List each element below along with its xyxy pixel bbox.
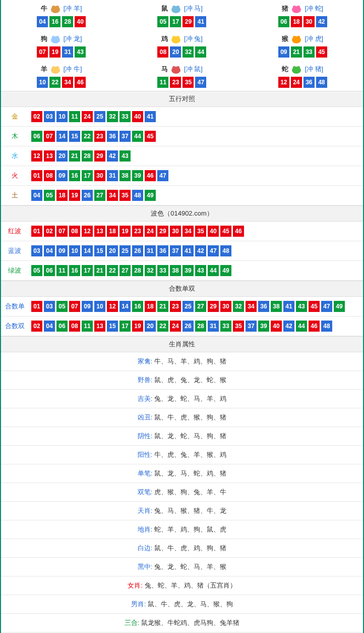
attr-label: 地肖: (138, 525, 153, 533)
number-chip: 48 (220, 245, 231, 256)
svg-point-23 (176, 66, 179, 69)
data-row: 红波0102070812131819232429303435404546 (1, 222, 363, 241)
zodiac-icon (169, 33, 183, 44)
number-chip: 05 (31, 265, 42, 276)
number-chip: 22 (157, 321, 168, 332)
number-chip: 16 (69, 170, 80, 181)
number-chip: 43 (296, 301, 307, 312)
number-chip: 22 (49, 77, 60, 88)
number-chip: 10 (69, 245, 80, 256)
attr-label: 家禽: (138, 357, 153, 365)
svg-point-16 (293, 36, 296, 39)
attr-row: 野兽:鼠、虎、兔、龙、蛇、猴 (1, 371, 363, 390)
bose-table: 红波0102070812131819232429303435404546蓝波03… (1, 222, 363, 281)
number-chip: 07 (37, 46, 48, 58)
number-chip: 13 (44, 150, 55, 162)
svg-point-11 (56, 36, 59, 39)
number-chip: 29 (183, 16, 194, 27)
zodiac-icon (289, 64, 304, 75)
number-chip: 45 (316, 46, 327, 58)
number-chip: 06 (44, 265, 55, 276)
zodiac-conflict: [冲 蛇] (305, 4, 323, 13)
svg-point-13 (172, 36, 175, 39)
number-chip: 05 (157, 16, 168, 27)
number-chip: 17 (119, 321, 131, 332)
zodiac-cell: 猪[冲 蛇]06183042 (242, 0, 363, 30)
number-chip: 45 (309, 301, 320, 312)
zodiac-icon (48, 33, 63, 44)
number-chip: 12 (107, 301, 118, 312)
number-chip: 41 (183, 245, 194, 256)
number-chip: 10 (56, 111, 68, 122)
zodiac-cell: 马[冲 鼠]11233547 (122, 61, 242, 91)
number-chip: 03 (31, 245, 42, 256)
section-title-shengxiao: 生肖属性 (1, 336, 363, 352)
number-chip: 49 (145, 190, 156, 201)
attr-label: 双笔: (138, 488, 153, 496)
attr-row: 阳性:牛、虎、兔、羊、猴、鸡 (1, 446, 363, 464)
row-numbers: 0108091617303138394647 (28, 166, 171, 185)
svg-point-10 (52, 36, 55, 39)
heshu-table: 合数单0103050709101214161821232527293032343… (1, 297, 363, 336)
number-chip: 16 (49, 16, 60, 27)
svg-point-8 (297, 6, 300, 9)
number-chip: 13 (94, 321, 105, 332)
row-label: 绿波 (1, 262, 28, 279)
attr-value: 兔、蛇、羊、鸡、猪（五宫肖） (145, 582, 236, 589)
number-chip: 41 (145, 111, 156, 122)
number-chip: 38 (170, 265, 181, 276)
number-chip: 06 (56, 321, 68, 332)
wuxing-table: 金02031011242532334041木060714152223363744… (1, 107, 363, 205)
zodiac-conflict: [冲 兔] (184, 34, 203, 43)
number-chip: 24 (82, 111, 93, 122)
zodiac-conflict: [冲 虎] (305, 34, 323, 43)
number-chip: 47 (208, 245, 219, 256)
attr-row: 天肖:兔、马、猴、猪、牛、龙 (1, 502, 363, 520)
zodiac-numbers: 11233547 (122, 77, 242, 88)
number-chip: 28 (132, 265, 143, 276)
number-chip: 04 (31, 190, 42, 201)
number-chip: 20 (170, 46, 181, 58)
attr-row: 吉美:兔、龙、蛇、马、羊、鸡 (1, 390, 363, 408)
svg-point-7 (293, 6, 296, 9)
number-chip: 31 (145, 245, 156, 256)
attr-label: 黑中: (138, 563, 153, 570)
number-chip: 46 (309, 321, 320, 332)
number-chip: 07 (56, 226, 68, 237)
zodiac-name: 狗 (41, 34, 47, 43)
svg-point-14 (176, 36, 179, 39)
number-chip: 42 (283, 321, 294, 332)
number-chip: 18 (145, 301, 156, 312)
number-chip: 49 (334, 301, 345, 312)
zodiac-conflict: [冲 牛] (64, 65, 82, 74)
number-chip: 30 (170, 226, 181, 237)
attr-label: 阴性: (138, 432, 153, 440)
number-chip: 17 (82, 265, 93, 276)
attr-row: 家禽:牛、马、羊、鸡、狗、猪 (1, 352, 363, 371)
zodiac-icon (289, 33, 304, 44)
number-chip: 32 (233, 301, 244, 312)
data-row: 木06071415222336374445 (1, 127, 363, 146)
number-chip: 08 (69, 226, 80, 237)
attr-row: 白边:鼠、牛、虎、鸡、狗、猪 (1, 539, 363, 558)
number-chip: 22 (82, 131, 93, 142)
number-chip: 33 (304, 46, 315, 58)
number-chip: 47 (321, 301, 332, 312)
row-label: 木 (1, 128, 28, 145)
number-chip: 23 (170, 77, 181, 88)
attr-row: 双笔:虎、猴、狗、兔、羊、牛 (1, 483, 363, 502)
number-chip: 07 (44, 131, 55, 142)
attr-label: 男肖: (131, 600, 146, 608)
number-chip: 31 (208, 321, 219, 332)
number-chip: 26 (82, 190, 93, 201)
number-chip: 43 (75, 46, 86, 58)
attr-row: 地肖:蛇、羊、鸡、狗、鼠、虎 (1, 520, 363, 539)
attr-label: 天肖: (138, 507, 153, 514)
number-chip: 05 (44, 190, 55, 201)
zodiac-numbers: 07193143 (1, 46, 122, 58)
number-chip: 18 (107, 226, 118, 237)
attr-row: 黑中:兔、龙、蛇、马、羊、猴 (1, 558, 363, 576)
zodiac-numbers: 08203244 (122, 46, 242, 58)
number-chip: 19 (119, 226, 131, 237)
svg-point-4 (172, 6, 175, 9)
